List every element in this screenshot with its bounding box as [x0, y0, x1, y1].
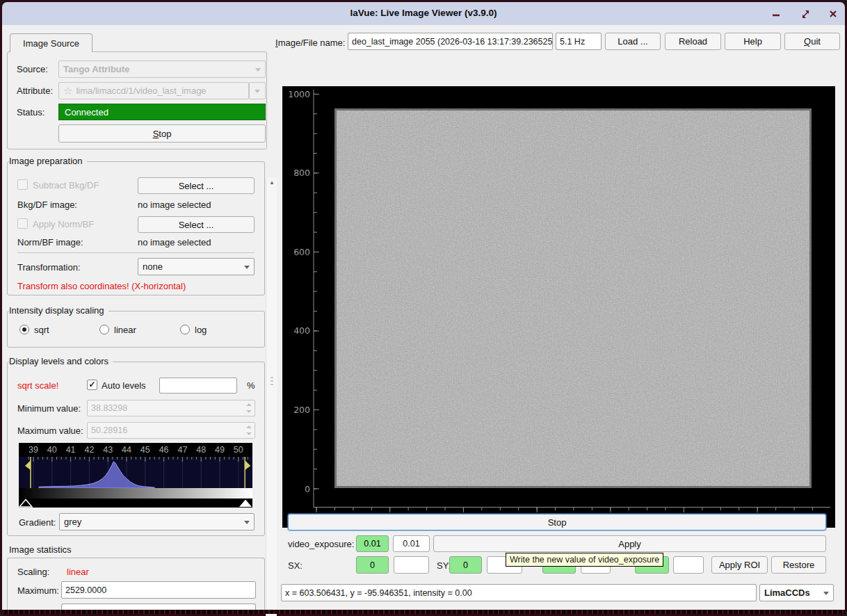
source-label: Source: [17, 64, 48, 74]
radio-linear[interactable] [99, 325, 109, 334]
video-exposure-input[interactable]: 0.01 [393, 535, 430, 552]
transformation-label: Transformation: [17, 262, 81, 273]
reload-button[interactable]: Reload [665, 33, 721, 50]
svg-text:1000: 1000 [288, 89, 310, 99]
histogram-widget[interactable]: 394041424344454647484950 [19, 443, 252, 508]
maximize-button[interactable] [796, 6, 814, 22]
auto-levels-checkbox[interactable]: ✓ [87, 380, 97, 390]
load-button[interactable]: Load ... [605, 33, 661, 50]
video-exposure-label: video_exposure: [288, 539, 354, 549]
sy-current: 0 [449, 556, 482, 574]
chevron-down-icon [823, 592, 829, 595]
transform-warning: Transform also coordinates! (X-horizonta… [17, 281, 186, 291]
attribute-label: Attribute: [17, 86, 53, 96]
title-bar: laVue: Live Image Viewer (v3.9.0) [2, 2, 845, 25]
svg-text:200: 200 [293, 405, 310, 415]
subtract-bkg-checkbox[interactable] [17, 179, 28, 190]
apply-roi-button[interactable]: Apply ROI [711, 556, 768, 574]
chevron-down-icon [255, 68, 261, 72]
svg-text:600: 600 [293, 247, 310, 257]
svg-text:400: 400 [293, 325, 310, 336]
intensity-scaling-title: Intensity display scaling [9, 305, 108, 316]
scroll-up-icon[interactable]: ▲ [266, 178, 277, 188]
radio-sqrt[interactable] [19, 325, 29, 334]
gradient-combobox[interactable]: grey [59, 513, 255, 530]
auto-levels-label: Auto levels [102, 380, 146, 391]
tool-combobox[interactable]: LimaCCDs [759, 584, 834, 601]
star-icon: ☆ [63, 85, 72, 97]
display-levels-title: Display levels and colors [9, 356, 113, 366]
spin-arrows-icon[interactable] [243, 401, 254, 415]
histogram-range-handles[interactable] [19, 499, 252, 508]
exposure-tooltip: Write the new value of video_exposure [506, 553, 663, 567]
image-preparation-title: Image preparation [9, 156, 87, 166]
close-button[interactable] [824, 6, 842, 22]
percent-label: % [247, 380, 255, 391]
left-panel-scrollbar[interactable]: ▲ ▼ [266, 178, 277, 616]
window-title: laVue: Live Image Viewer (v3.9.0) [2, 8, 845, 18]
status-label: Status: [17, 107, 45, 117]
file-name-input[interactable]: deo_last_image 2055 (2026-03-16 13:17:39… [348, 33, 553, 50]
sx-current: 0 [356, 556, 389, 574]
cursor-position-field: x = 603.506431, y = -95.946351, intensit… [281, 584, 757, 601]
scaling-label: Scaling: [17, 567, 49, 577]
stream-stop-button[interactable]: Stop [288, 514, 826, 530]
radio-log-label: log [195, 325, 207, 335]
bkg-image-label: Bkg/DF image: [17, 200, 77, 210]
apply-norm-label: Apply Norm/BF [33, 219, 94, 229]
statistics-maximum-field[interactable]: 2529.0000 [61, 581, 256, 599]
statistics-maximum-label: Maximum: [17, 585, 59, 596]
plot-axes: 02004006008001000120002004006008001000 [282, 86, 835, 528]
auto-levels-input[interactable] [159, 378, 237, 394]
chevron-down-icon [255, 90, 260, 93]
minimize-button[interactable] [767, 6, 785, 22]
help-button[interactable]: Help [725, 33, 781, 50]
image-statistics-title: Image statistics [9, 544, 76, 555]
scaling-value: linear [67, 567, 89, 577]
tab-image-source[interactable]: Image Source [10, 33, 92, 52]
status-badge: Connected [58, 104, 266, 120]
bkg-image-value: no image selected [138, 200, 211, 210]
radio-linear-label: linear [114, 325, 136, 335]
sx-input[interactable] [394, 556, 429, 574]
maximum-value-label: Maximum value: [17, 425, 83, 436]
image-plot[interactable]: 02004006008001000120002004006008001000 [282, 86, 835, 528]
divider [17, 252, 255, 253]
source-stop-button[interactable]: Stop [58, 124, 266, 143]
chevron-down-icon [244, 266, 250, 269]
select-norm-button[interactable]: Select ... [138, 216, 255, 233]
maximize-icon [801, 10, 810, 19]
roi-height-input[interactable] [673, 556, 704, 574]
application-window: laVue: Live Image Viewer (v3.9.0) Image/… [0, 0, 847, 616]
apply-norm-checkbox[interactable] [17, 218, 28, 229]
file-name-label: Image/File name: [275, 38, 345, 48]
norm-image-label: Norm/BF image: [17, 237, 83, 248]
main-content: Image/File name: deo_last_image 2055 (20… [2, 25, 845, 610]
minimize-icon [772, 10, 780, 18]
statistics-partial-field[interactable] [61, 603, 256, 610]
video-exposure-current: 0.01 [356, 535, 389, 552]
quit-button[interactable]: Quit [784, 33, 840, 50]
maximum-value-spinbox[interactable]: 50.28916 [87, 422, 255, 439]
rate-input[interactable]: 5.1 Hz [556, 33, 602, 50]
histogram-canvas[interactable] [19, 457, 252, 488]
radio-log[interactable] [180, 325, 190, 334]
minimum-value-label: Minimum value: [17, 403, 81, 414]
histogram-gradient-bar[interactable] [19, 488, 252, 499]
restore-button[interactable]: Restore [771, 556, 826, 574]
svg-text:800: 800 [293, 168, 310, 178]
histogram-axis-labels: 394041424344454647484950 [19, 443, 252, 457]
svg-text:0: 0 [305, 484, 310, 494]
attribute-dropdown-button[interactable] [249, 82, 266, 99]
select-bkg-button[interactable]: Select ... [138, 177, 255, 194]
spin-arrows-icon[interactable] [243, 423, 254, 437]
attribute-combobox[interactable]: ☆ lima/limaccd/1/video_last_image [58, 82, 249, 99]
minimum-value-spinbox[interactable]: 38.83298 [87, 400, 255, 416]
chevron-down-icon [244, 521, 250, 524]
subtract-bkg-label: Subtract Bkg/DF [33, 180, 99, 191]
radio-sqrt-label: sqrt [34, 325, 49, 335]
background-window-artifact [2, 610, 845, 614]
apply-exposure-button[interactable]: Apply [433, 535, 826, 552]
transformation-combobox[interactable]: none [138, 258, 255, 275]
source-combobox[interactable]: Tango Attribute [58, 60, 266, 78]
